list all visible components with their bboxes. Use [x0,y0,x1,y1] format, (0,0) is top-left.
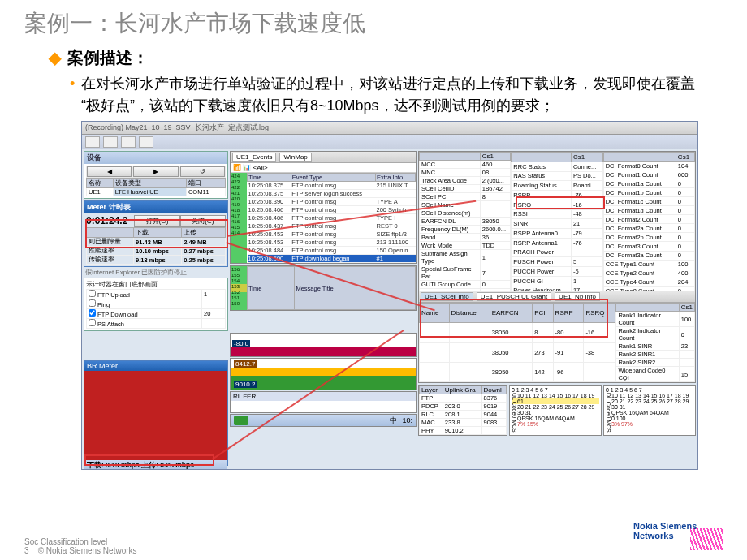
param-cell: 7 [480,265,511,281]
tool-btn[interactable] [85,136,100,148]
scell-cell [420,362,450,381]
param-row: CCE Type1 Count100 [603,260,694,269]
param-cell: PUCCH Gi [512,276,572,286]
nav-btn[interactable]: ◀ [87,166,132,177]
start-icon[interactable] [234,416,248,425]
evt-row[interactable]: 10:25:08.437FTP control msgREST 0 [248,222,416,230]
mcs-pct: 0 100 [606,416,693,421]
scell-th: PCI [533,304,553,323]
evt-cell: 10:25:08.484 [248,247,291,255]
param-row: Band36 [420,234,511,242]
param-cell: 104 [676,162,694,170]
layer-cell: RLC [420,411,443,419]
param-row: DCI Format1b Count0 [603,188,694,197]
param-cell: Track Area Code [420,177,481,185]
param-cell: DCI Format3 Count [603,242,676,251]
layer-th: Downl [481,386,506,394]
param-cell: 0 [676,233,694,242]
evt-row[interactable]: 10:25:08.406FTP control msg200 Switch [248,206,416,214]
br-meter-title: BR Meter [84,361,227,371]
nav-btn[interactable]: ▶ [133,166,178,177]
msg-th: Message Title [295,267,416,310]
scell-row: 38050273-91-38 [420,342,615,362]
param-cell: 0 [676,251,694,260]
scell-cell: -96 [553,362,584,381]
fps-val [202,299,226,309]
param-cell: PS Do... [571,171,602,181]
tool-btn[interactable] [103,136,118,148]
param-row: PUCCH Power-5 [512,267,602,277]
cfg-hdr-type: 设备类型 [113,179,186,188]
body-text: 在对长河水产市场进行单站验证的过程中，对该站进行定点的上传和下载业务，发现即使在… [81,73,698,117]
meter-val: 2.49 MB [182,238,226,247]
nb-tab[interactable]: UE1_Nb Info [555,292,600,301]
evt-row[interactable]: 10:25:08.484FTP control msg150 Openin [248,247,416,255]
layer-cell: 208.1 [443,411,481,419]
evt-cell: FTP control msg [291,239,375,247]
param-row: EARFCN DL38050 [420,218,511,226]
meter-close-btn[interactable]: 关闭(C) [180,215,226,227]
param-cell: DCI Format0 Count [603,162,676,170]
layer-cell [481,427,506,435]
evt-row[interactable]: 10:25:08.406FTP control msgTYPE I [248,214,416,222]
param-cell: 0 [676,215,694,224]
param-cell: DCI Format1b Count [603,188,676,197]
nsn-logo: Nokia Siemens Networks [633,521,723,550]
task-lang[interactable]: 中 [390,416,397,426]
param-cell: Wideband Code0 CQI [616,367,679,382]
events-tab[interactable]: UE1_Events [232,153,276,162]
evt-cell: REST 0 [376,222,416,230]
meter-row: 则已删除量 [87,238,134,247]
scell-tab[interactable]: UE1_SCell Info [421,292,473,301]
param-cell: Band [420,234,481,242]
evt-row[interactable]: 10:25:08.500FTP download began#1 [248,255,416,263]
evt-row[interactable]: 10:25:08.453FTP control msgSIZE ftp1/3 [248,230,416,239]
evt-row[interactable]: 10:25:08.375FTP server logon success [248,190,416,198]
fps-check[interactable] [89,290,96,297]
mcs-row: 10 11 12 13 14 15 16 17 18 19 [606,393,693,398]
cfg-port: COM11 [186,188,225,196]
param-cell: DCI Format1a Count [603,179,676,188]
param-row: DCI Format2b Count0 [603,233,694,242]
chart-value: 9010.2 [234,381,257,388]
timeline-gutter: 424423422421420419418417416415414 [231,173,247,263]
param-cell: 0 [679,327,694,342]
mcs-ticks: 0 1 2 3 4 5 6 7 [512,387,599,393]
mcs-label: DL Code0 MCS [606,393,611,433]
param-row: RRC StatusConne... [512,162,602,171]
mcs-label: UL Code0 MCS [512,393,517,433]
evt-row[interactable]: 10:25:08.453FTP control msg213 111100 [248,239,416,247]
layer-row: RLC208.19044 [420,411,507,419]
meter-open-btn[interactable]: 打开(O) [134,215,179,227]
tool-btn[interactable] [121,136,136,148]
evt-filter[interactable]: <All> [253,164,267,171]
fps-check[interactable] [89,309,96,317]
nav-btn[interactable]: ↺ [180,166,225,177]
param-cell: CCE Type1 Count [603,260,676,269]
evt-row[interactable]: 10:25:08.390FTP control msgTYPE A [248,198,416,206]
evt-cell: FTP control msg [291,206,375,214]
scell-th: RSRP [553,304,584,323]
meter-val: 0.27 mbps [182,247,226,256]
param-cell: Rank2 SINR1 [616,351,679,359]
param-row: SINR21 [512,219,602,229]
pusch-tab[interactable]: UE1_PUSCH UL Grant [477,292,551,301]
param-cell: Rank1 Indicator Count [616,312,679,327]
evt-cell: 10:25:08.375 [248,190,291,198]
evt-row[interactable]: 10:25:08.375FTP control msg215 UNIX T [248,182,416,190]
fps-item: FTP Upload [97,291,130,299]
fps-check[interactable] [89,299,96,307]
winmap-tab[interactable]: WinMap [279,153,311,162]
param-row: DCI Format1a Count0 [603,179,694,188]
layer-cell: PHY [420,427,443,435]
param-cell: SCell Distance(m) [420,209,481,218]
param-row: RSSI-48 [512,209,602,219]
param-cell: 460 [480,161,511,169]
param-row: Frequency DL(M)2600.0... [420,226,511,234]
fps-check[interactable] [89,319,96,326]
param-row: CCE Type2 Count400 [603,269,694,278]
param-cell: NAS Status [512,171,572,181]
tool-btn[interactable] [139,136,153,148]
chart-value: 8412.7 [234,360,257,368]
param-cell: SINR [512,219,572,229]
